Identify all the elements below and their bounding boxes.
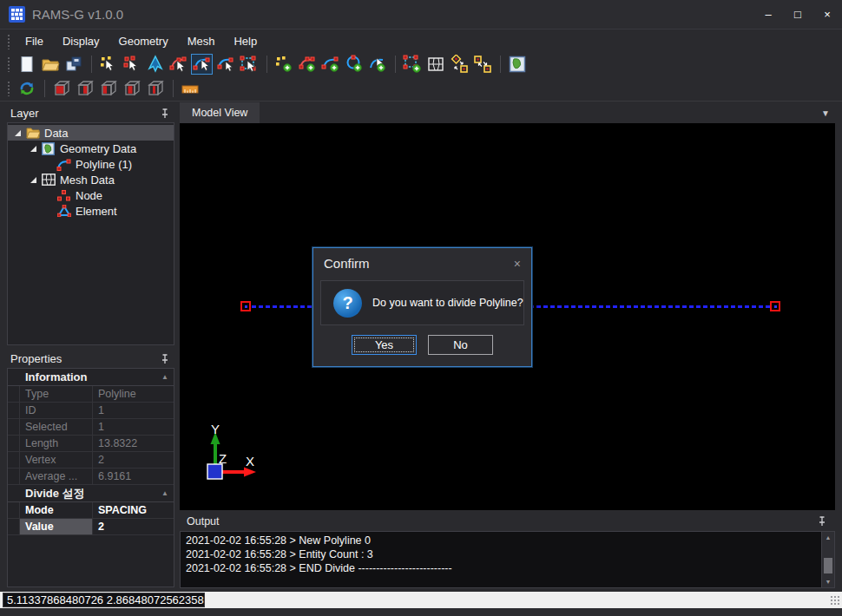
toolbar1-grip[interactable] <box>7 56 11 72</box>
section-title: Information <box>25 370 88 383</box>
view-cube-5-button[interactable] <box>144 78 166 99</box>
layer-panel-header: Layer <box>3 104 176 122</box>
pin-icon[interactable] <box>816 515 828 528</box>
add-curve-button[interactable] <box>366 54 388 75</box>
prop-row-vertex[interactable]: Vertex2 <box>8 452 174 469</box>
divide-polyline-button[interactable] <box>191 54 213 75</box>
prop-value[interactable]: 1 <box>93 403 174 418</box>
pin-icon[interactable] <box>159 353 171 365</box>
view-cube-3-button[interactable] <box>97 78 119 99</box>
tree-item-element[interactable]: Element <box>8 203 174 219</box>
row-gutter <box>8 419 20 435</box>
expander-icon[interactable] <box>30 177 36 183</box>
prop-row-length[interactable]: Length13.8322 <box>8 436 174 452</box>
menubar-grip[interactable] <box>7 34 11 49</box>
section-header-divide[interactable]: Divide 설정▲ <box>8 485 174 502</box>
layer-panel: Layer DataGeometry DataPolyline (1)Mesh … <box>3 104 176 347</box>
axis-x-label: X <box>246 454 254 469</box>
select-arrow-button[interactable] <box>144 54 166 75</box>
menu-mesh[interactable]: Mesh <box>178 33 225 49</box>
resize-grip[interactable] <box>830 595 840 606</box>
add-polyline-icon <box>298 55 317 74</box>
menu-help[interactable]: Help <box>224 33 266 49</box>
menu-geometry[interactable]: Geometry <box>109 33 178 49</box>
confirm-dialog-titlebar[interactable]: Confirm × <box>313 248 531 279</box>
measure-ruler-button[interactable] <box>179 78 201 99</box>
add-arc-button[interactable] <box>319 54 341 75</box>
open-file-button[interactable] <box>39 54 61 75</box>
prop-value[interactable]: SPACING <box>93 502 174 518</box>
row-gutter <box>8 502 20 518</box>
scroll-down-icon[interactable]: ▼ <box>822 576 834 587</box>
folder-icon <box>25 126 40 140</box>
refresh-view-button[interactable] <box>16 78 37 99</box>
add-polyline-button[interactable] <box>296 54 318 75</box>
maximize-button[interactable]: □ <box>783 0 812 29</box>
collapse-icon[interactable]: ▲ <box>161 373 168 381</box>
tree-item-node[interactable]: Node <box>8 187 174 203</box>
prop-value[interactable]: 1 <box>93 419 174 435</box>
collapse-icon[interactable]: ▲ <box>161 489 168 497</box>
tab-model-view[interactable]: Model View <box>180 102 260 123</box>
add-region-button[interactable] <box>401 54 423 75</box>
select-points-red-button[interactable] <box>121 54 142 75</box>
select-points-yellow-button[interactable] <box>97 54 119 75</box>
prop-value[interactable]: 13.8322 <box>93 436 174 451</box>
pin-icon[interactable] <box>159 108 171 120</box>
output-scrollbar[interactable]: ▲ ▼ <box>821 532 834 587</box>
view-cube-1-button[interactable] <box>50 78 72 99</box>
menu-display[interactable]: Display <box>53 33 109 49</box>
toolbar2-grip[interactable] <box>7 81 11 96</box>
layer-tree: DataGeometry DataPolyline (1)Mesh DataNo… <box>7 122 174 345</box>
prop-row-selected[interactable]: Selected1 <box>8 419 174 436</box>
map-view-button[interactable] <box>506 54 528 75</box>
tree-item-polyline-1[interactable]: Polyline (1) <box>8 156 174 172</box>
prop-value[interactable]: 2 <box>93 519 174 534</box>
tab-list-dropdown-icon[interactable]: ▼ <box>821 108 830 118</box>
tree-item-data[interactable]: Data <box>8 125 174 141</box>
add-points-button[interactable] <box>273 54 294 75</box>
view-cube-1-icon <box>52 79 71 98</box>
add-circle-button[interactable] <box>343 54 365 75</box>
section-header-information[interactable]: Information▲ <box>8 369 174 386</box>
prop-row-value[interactable]: Value2 <box>8 519 174 535</box>
no-button[interactable]: No <box>428 335 493 355</box>
scrollbar-thumb[interactable] <box>824 558 832 573</box>
window-title: RAMS-G v1.0.0 <box>32 7 123 22</box>
save-file-button[interactable] <box>62 54 84 75</box>
new-file-button[interactable] <box>16 54 37 75</box>
menu-file[interactable]: File <box>16 33 53 49</box>
dialog-close-icon[interactable]: × <box>514 257 521 271</box>
prop-value[interactable]: Polyline <box>93 386 174 402</box>
prop-row-average[interactable]: Average ...6.9161 <box>8 469 174 485</box>
expander-icon[interactable] <box>15 130 21 136</box>
add-region-icon <box>403 55 422 74</box>
view-cube-4-button[interactable] <box>121 78 142 99</box>
scroll-up-icon[interactable]: ▲ <box>822 532 834 543</box>
row-gutter <box>8 469 20 484</box>
split-polyline-button[interactable] <box>214 54 236 75</box>
merge-mesh-button[interactable] <box>471 54 493 75</box>
polyline-endpoint-left[interactable] <box>240 301 251 311</box>
mesh-grid-button[interactable] <box>424 54 446 75</box>
prop-row-type[interactable]: TypePolyline <box>8 386 174 403</box>
properties-grid: Information▲TypePolylineID1Selected1Leng… <box>7 368 174 587</box>
expander-icon[interactable] <box>30 146 36 152</box>
prop-row-mode[interactable]: ModeSPACING <box>8 502 174 519</box>
select-region-button[interactable] <box>238 54 260 75</box>
yes-button[interactable]: Yes <box>352 335 417 355</box>
view-cube-2-button[interactable] <box>74 78 95 99</box>
output-log[interactable]: 2021-02-02 16:55:28 > New Polyline 02021… <box>180 531 835 588</box>
minimize-button[interactable]: – <box>753 0 783 29</box>
select-polyline-button[interactable] <box>168 54 189 75</box>
polyline-endpoint-right[interactable] <box>770 301 780 311</box>
model-view-canvas[interactable]: Y Z X Confirm × ? Do you want to divide … <box>180 123 835 510</box>
close-button[interactable]: × <box>812 0 842 29</box>
tree-item-geometry-data[interactable]: Geometry Data <box>8 141 174 156</box>
prop-row-id[interactable]: ID1 <box>8 403 174 419</box>
prop-value[interactable]: 6.9161 <box>93 469 174 484</box>
divide-mesh-button[interactable] <box>448 54 470 75</box>
tree-item-mesh-data[interactable]: Mesh Data <box>8 172 174 187</box>
cursor-coordinates: 5.11337868480726 2.86848072562358 <box>3 593 205 607</box>
prop-value[interactable]: 2 <box>93 452 174 468</box>
